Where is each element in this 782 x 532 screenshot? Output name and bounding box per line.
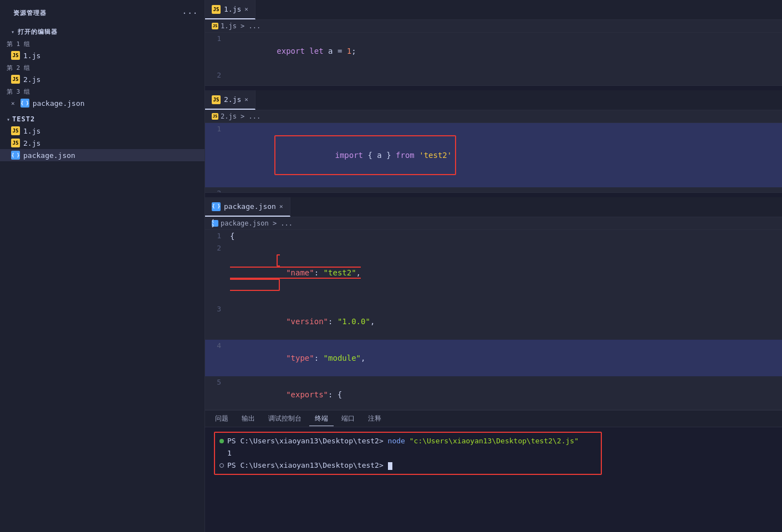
file-label: package.json	[33, 99, 85, 108]
code-content: "exports": {	[230, 376, 342, 410]
code-editor-2js[interactable]: 1 import { a } from 'test2' 2 3 console.…	[205, 123, 782, 192]
sidebar-open-editors[interactable]: ▾ 打开的编辑器	[0, 26, 205, 38]
code-content	[230, 69, 234, 81]
terminal-body[interactable]: PS C:\Users\xiaoyan13\Desktop\test2> nod…	[205, 427, 782, 532]
code-line: 5 "exports": {	[205, 376, 782, 410]
code-line: 1 export let a = 1;	[205, 33, 782, 69]
code-content: "version": "1.0.0",	[230, 303, 375, 340]
js-icon: JS	[11, 51, 20, 60]
line-number: 1	[205, 123, 230, 135]
js-icon: JS	[212, 23, 218, 29]
code-content: {	[230, 230, 234, 242]
line-number: 5	[205, 376, 230, 388]
terminal-line-output: 1	[219, 447, 596, 459]
code-line: 2	[205, 69, 782, 81]
line-number: 1	[205, 230, 230, 242]
tab-output[interactable]: 输出	[236, 412, 260, 426]
js-icon: JS	[212, 5, 221, 14]
tab-label: package.json	[224, 202, 276, 211]
group-divider	[205, 193, 782, 197]
file-label: 2.js	[23, 75, 40, 84]
file-label: 1.js	[23, 127, 40, 135]
line-number: 2	[205, 242, 230, 254]
line-number: 4	[205, 340, 230, 352]
breadcrumb-text: package.json > ...	[221, 219, 293, 227]
tab-terminal[interactable]: 终端	[309, 412, 334, 426]
code-line: 3 "version": "1.0.0",	[205, 303, 782, 340]
breadcrumb-text: 1.js > ...	[221, 22, 260, 30]
terminal-highlight-block: PS C:\Users\xiaoyan13\Desktop\test2> nod…	[214, 432, 602, 475]
more-icon[interactable]: ···	[182, 8, 198, 18]
sidebar: 资源管理器 ··· ▾ 打开的编辑器 第 1 组 JS 1.js 第 2 组 J…	[0, 0, 205, 532]
sidebar-item-test2-1js[interactable]: JS 1.js	[0, 125, 205, 137]
code-content: "name": "test2",	[230, 242, 361, 303]
breadcrumb-text: 2.js > ...	[221, 112, 260, 120]
sidebar-item-g3-packagejson[interactable]: ✕ { } package.json	[0, 97, 205, 109]
code-line: 4 "type": "module",	[205, 340, 782, 376]
code-editor-packagejson[interactable]: 1 { 2 "name": "test2", 3 "version": "1.0…	[205, 230, 782, 410]
main-area: JS 1.js ✕ JS 1.js > ... 1 export let a =…	[205, 0, 782, 532]
terminal-dot-empty	[219, 463, 224, 468]
group2-label: 第 2 组	[0, 62, 205, 73]
terminal-ps-text: PS C:\Users\xiaoyan13\Desktop\test2> nod…	[227, 435, 579, 447]
json-icon: { }	[212, 202, 221, 211]
tab-close-icon[interactable]: ✕	[244, 96, 248, 103]
test2-folder-label: TEST2	[12, 115, 35, 123]
terminal-cursor	[388, 462, 392, 470]
code-content: import { a } from 'test2'	[230, 123, 456, 187]
tab-problems[interactable]: 问题	[209, 412, 234, 426]
tab-close-icon[interactable]: ✕	[279, 203, 283, 210]
tab-bar-1js: JS 1.js ✕	[205, 0, 782, 20]
tab-label: 2.js	[224, 95, 241, 104]
sidebar-title: 资源管理器	[7, 4, 53, 22]
terminal-dot-green	[219, 439, 224, 443]
tab-packagejson[interactable]: { } package.json ✕	[205, 197, 290, 217]
code-editor-1js[interactable]: 1 export let a = 1; 2	[205, 33, 782, 85]
open-editors-label: 打开的编辑器	[18, 28, 58, 36]
tab-label: 1.js	[224, 5, 241, 13]
sidebar-item-test2-2js[interactable]: JS 2.js	[0, 137, 205, 149]
breadcrumb-1js: JS 1.js > ...	[205, 20, 782, 33]
tab-close-icon[interactable]: ✕	[244, 6, 248, 13]
tab-comments[interactable]: 注释	[362, 412, 387, 426]
editor-group-1js: JS 1.js ✕ JS 1.js > ... 1 export let a =…	[205, 0, 782, 86]
tab-ports[interactable]: 端口	[336, 412, 360, 426]
file-label: package.json	[23, 151, 75, 160]
code-content: export let a = 1;	[230, 33, 356, 69]
terminal-line-3: PS C:\Users\xiaoyan13\Desktop\test2>	[219, 459, 596, 472]
tab-2js[interactable]: JS 2.js ✕	[205, 90, 255, 110]
terminal-tabs: 问题 输出 调试控制台 终端 端口 注释	[205, 411, 782, 427]
close-icon[interactable]: ✕	[11, 100, 15, 107]
js-icon: JS	[11, 75, 20, 84]
file-label: 2.js	[23, 139, 40, 147]
group3-label: 第 3 组	[0, 85, 205, 97]
tab-1js[interactable]: JS 1.js ✕	[205, 0, 255, 19]
js-icon: JS	[212, 95, 221, 104]
json-icon: { }	[21, 99, 29, 108]
sidebar-item-g1-1js[interactable]: JS 1.js	[0, 49, 205, 62]
tab-bar-2js: JS 2.js ✕	[205, 90, 782, 110]
breadcrumb-packagejson: { } package.json > ...	[205, 217, 782, 230]
file-label: 1.js	[23, 52, 40, 60]
js-icon: JS	[212, 113, 218, 120]
code-line: 1 import { a } from 'test2'	[205, 123, 782, 187]
tab-debug-console[interactable]: 调试控制台	[263, 412, 307, 426]
json-icon: { }	[212, 220, 218, 227]
sidebar-item-test2-packagejson[interactable]: { } package.json	[0, 149, 205, 161]
js-icon: JS	[11, 139, 20, 147]
code-line: 1 {	[205, 230, 782, 242]
line-number: 3	[205, 303, 230, 315]
editor-group-packagejson: { } package.json ✕ { } package.json > ..…	[205, 197, 782, 410]
tab-bar-packagejson: { } package.json ✕	[205, 197, 782, 217]
group1-label: 第 1 组	[0, 38, 205, 49]
code-content	[230, 187, 234, 192]
terminal-panel: 问题 输出 调试控制台 终端 端口 注释	[205, 410, 782, 532]
test2-folder-header[interactable]: ▾ TEST2	[0, 114, 205, 125]
line-number: 2	[205, 187, 230, 192]
group-divider	[205, 86, 782, 90]
js-icon: JS	[11, 126, 20, 135]
code-line: 2 "name": "test2",	[205, 242, 782, 303]
breadcrumb-2js: JS 2.js > ...	[205, 110, 782, 123]
sidebar-item-g2-2js[interactable]: JS 2.js	[0, 73, 205, 85]
code-content: "type": "module",	[230, 340, 365, 376]
